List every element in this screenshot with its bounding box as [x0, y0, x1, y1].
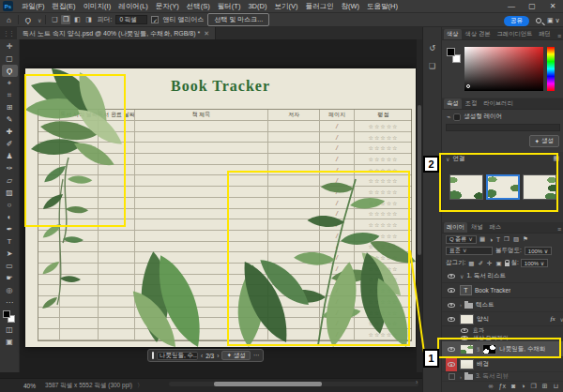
lock-artboard-icon[interactable]: ▣	[495, 260, 502, 267]
tab-레이어[interactable]: 레이어	[444, 222, 467, 233]
select-and-mask-button[interactable]: 선택 및 마스크...	[207, 13, 269, 26]
panel-menu-icon[interactable]: ≡	[557, 33, 563, 39]
menu-item-0[interactable]: 파일(F)	[18, 2, 49, 11]
share-button[interactable]: 공유	[504, 16, 529, 26]
menu-item-5[interactable]: 선택(S)	[183, 2, 214, 11]
move-tool[interactable]: ✛	[2, 40, 18, 53]
layer-row-7[interactable]: 배경	[442, 357, 563, 372]
visibility-toggle[interactable]	[459, 326, 470, 334]
document-canvas[interactable]: Book Tracker 독서 시작 날짜독서 완료 날짜책 제목저자페이지평점…	[25, 68, 416, 347]
links-section-header[interactable]: ∨ 연결 ▦	[442, 153, 563, 164]
visibility-toggle[interactable]	[446, 298, 457, 311]
minimize-button[interactable]: —	[501, 2, 522, 10]
workspace-switcher-icon[interactable]: ▣ ∨	[547, 17, 560, 24]
filter-smart-object-icon[interactable]: ▨	[512, 235, 520, 243]
lock-all-icon[interactable]	[505, 263, 510, 266]
tab-채널[interactable]: 채널	[468, 222, 486, 233]
variation-thumbnail-variation-2[interactable]	[486, 174, 520, 200]
filter-adjustment-layers-icon[interactable]: ◑	[488, 236, 494, 243]
tab-색상 견본[interactable]: 색상 견본	[463, 29, 494, 39]
marquee-tool[interactable]: ▢	[2, 53, 18, 65]
layer-filter-dropdown[interactable]: Q 종류 ∨	[446, 235, 477, 244]
menu-item-1[interactable]: 편집(E)	[49, 2, 80, 11]
crop-tool[interactable]: ⌗	[2, 89, 18, 101]
blend-mode-dropdown[interactable]: 표준 ∨	[446, 247, 493, 255]
foreground-background-swatches[interactable]	[447, 48, 462, 65]
filter-pin-icon[interactable]: ⚑	[522, 235, 529, 243]
close-tab-icon[interactable]: ✕	[204, 30, 209, 38]
intersect-selection-icon[interactable]: ◨	[84, 15, 93, 24]
scroll-right-icon[interactable]: ›	[416, 379, 418, 385]
tab-라이브러리[interactable]: 라이브러리	[480, 98, 515, 109]
delete-layer-icon[interactable]: ⊔	[554, 383, 558, 390]
menu-item-7[interactable]: 3D(D)	[244, 2, 270, 11]
menu-item-11[interactable]: 도움말(H)	[363, 2, 402, 11]
hue-slider[interactable]	[547, 47, 555, 91]
feather-input[interactable]: 0 픽셀	[115, 15, 147, 24]
horizontal-scrollbar-thumb[interactable]	[214, 382, 322, 386]
filter-pixel-layers-icon[interactable]: ▦	[479, 235, 486, 243]
eyedropper-tool[interactable]: ✎	[2, 113, 18, 126]
chevron-right-icon[interactable]: ›	[460, 374, 462, 380]
vertical-scrollbar-thumb[interactable]	[418, 105, 421, 255]
generative-prompt-input[interactable]: 나뭇잎들, 수...	[157, 352, 198, 360]
lasso-tool-preset-icon[interactable]: Ϙ	[23, 16, 34, 24]
edit-mode-icon[interactable]: ◫	[2, 324, 18, 336]
generate-button[interactable]: ✦ 생성	[221, 351, 250, 360]
targeting-icon[interactable]: ⌁	[447, 113, 450, 121]
chevron-right-icon[interactable]: ›	[460, 302, 462, 308]
more-tools[interactable]: ⋯	[2, 296, 18, 309]
tool-color-swatches[interactable]	[3, 310, 16, 324]
taskbar-drag-handle[interactable]	[152, 352, 154, 359]
blur-tool[interactable]: ○	[2, 199, 18, 211]
menu-item-4[interactable]: 문자(Y)	[152, 2, 183, 11]
add-to-selection-icon[interactable]: ❒	[61, 15, 70, 24]
variation-thumbnail-variation-1[interactable]	[449, 174, 483, 200]
color-cursor[interactable]	[466, 84, 470, 88]
chevron-down-icon[interactable]: ∨	[446, 156, 449, 162]
lock-transparent-icon[interactable]: ▩	[467, 260, 475, 267]
menu-item-6[interactable]: 필터(T)	[214, 2, 245, 11]
object-selection-tool[interactable]: ⌖	[2, 77, 18, 89]
visibility-toggle[interactable]	[446, 269, 457, 282]
type-tool[interactable]: T	[2, 235, 18, 248]
menu-item-3[interactable]: 레이어(L)	[114, 2, 152, 11]
visibility-toggle[interactable]	[459, 334, 470, 341]
chevron-down-icon[interactable]: ∨	[560, 316, 563, 323]
tab-그레이디언트[interactable]: 그레이디언트	[495, 29, 536, 39]
tab-조정[interactable]: 조정	[463, 98, 480, 109]
menu-item-9[interactable]: 플러그인	[301, 2, 337, 11]
chevron-down-icon[interactable]: ∨	[460, 273, 464, 279]
tab-패스[interactable]: 패스	[486, 222, 504, 233]
properties-generate-button[interactable]: ✦ 생성	[529, 135, 559, 147]
history-brush-tool[interactable]: ✑	[2, 162, 18, 174]
dodge-tool[interactable]: ◐	[2, 211, 18, 223]
visibility-toggle[interactable]	[446, 341, 457, 356]
history-panel-icon[interactable]: ↺	[429, 44, 435, 53]
opacity-dropdown[interactable]: 100% ∨	[525, 247, 552, 255]
filter-type-layers-icon[interactable]: T	[495, 236, 501, 243]
layer-row-3[interactable]: 양식fx∨	[442, 312, 563, 326]
comments-panel-icon[interactable]: ❏	[429, 62, 435, 70]
close-button[interactable]: ✕	[542, 2, 563, 10]
gradient-tool[interactable]: ▨	[2, 187, 18, 199]
layer-row-6[interactable]: §나뭇잎들, 수채화	[442, 341, 563, 357]
menu-item-10[interactable]: 창(W)	[337, 2, 363, 11]
menu-item-8[interactable]: 보기(V)	[270, 2, 301, 11]
layer-row-2[interactable]: ›텍스트	[442, 298, 563, 312]
more-options-icon[interactable]: ⋯	[253, 352, 260, 359]
eraser-tool[interactable]: ▱	[2, 174, 18, 187]
tab-속성[interactable]: 속성	[444, 98, 462, 109]
home-icon[interactable]: ⌂	[4, 16, 14, 24]
layer-row-1[interactable]: TBook Tracker	[442, 283, 563, 298]
visibility-toggle[interactable]	[446, 372, 457, 381]
grid-view-icon[interactable]: ▦	[553, 155, 563, 162]
filter-group-layers-icon[interactable]: ❐	[503, 235, 510, 243]
canvas-area[interactable]: Book Tracker 독서 시작 날짜독서 완료 날짜책 제목저자페이지평점…	[20, 39, 422, 378]
clone-stamp-tool[interactable]: ♟	[2, 150, 18, 162]
layer-row-0[interactable]: ∨1. 독서 리스트	[442, 269, 563, 283]
zoom-level[interactable]: 40%	[23, 383, 36, 389]
healing-brush-tool[interactable]: ✚	[2, 126, 18, 138]
chevron-down-icon[interactable]: ∨	[38, 17, 41, 23]
status-chevron-icon[interactable]: 〉	[137, 382, 144, 390]
